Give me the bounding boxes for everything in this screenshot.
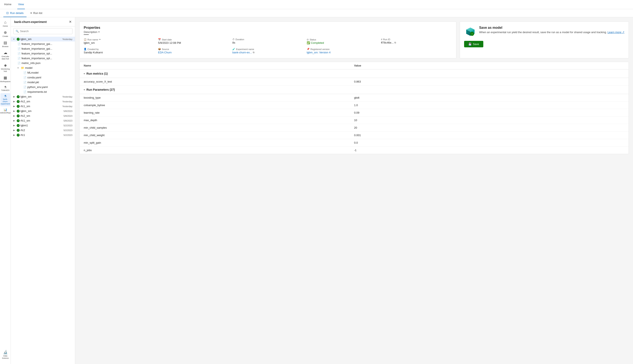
tree-item-python-env[interactable]: 📄 python_env.yaml: [11, 85, 75, 90]
tree-toggle-lgbm-sm-main[interactable]: ▾: [13, 38, 16, 40]
folder-icon-model: 📁: [21, 66, 24, 70]
sidebar-home-label: Home: [3, 25, 8, 27]
sidebar-item-experiment[interactable]: ⚗ bank-churn-experiment: [1, 93, 11, 106]
tree-toggle-rfc2-sm-2[interactable]: ▶: [13, 115, 16, 117]
tree-item-metric-info[interactable]: 📄 metric_info.json: [11, 61, 75, 66]
sidebar-item-home[interactable]: ⌂ Home: [1, 19, 11, 28]
copy-experiment-name-icon[interactable]: ⧉: [253, 51, 255, 54]
n-jobs-name: n_jobs: [84, 149, 354, 152]
sidebar-create-label: Create: [3, 35, 8, 38]
tree-toggle-rfc2-1[interactable]: ▶: [13, 129, 16, 131]
onelake-icon: ☁: [4, 50, 7, 55]
tree-toggle-lgbm-sm-3[interactable]: ▶: [13, 110, 16, 112]
tree-item-rfc2-sm-1[interactable]: ▶ rfc2_sm Yesterday: [11, 99, 75, 104]
copy-run-id-icon[interactable]: ⧉: [394, 41, 396, 44]
edit-run-name-icon[interactable]: ✏: [99, 38, 101, 41]
tree-item-rfc1-sm-2[interactable]: ▶ rfc1_sm 5/8/2023: [11, 118, 75, 123]
sidebar-workspaces-label: Workspaces: [0, 80, 11, 83]
tree-label-rfc2-sm-1: rfc2_sm: [21, 100, 61, 103]
tree-label-rfc1-1: rfc1: [21, 134, 63, 136]
tree-item-fi-gai1[interactable]: 📄 feature_importance_gai...: [11, 42, 75, 46]
tree-item-rfc1-1[interactable]: ▶ rfc1 5/2/2023: [11, 132, 75, 138]
tree-item-lgbm-sm-main[interactable]: ▾ lgbm_sm Yesterday: [11, 37, 75, 42]
sidebar-browse-label: Browse: [2, 46, 8, 48]
tab-run-list-label: Run list: [33, 12, 42, 14]
tree-item-model-folder[interactable]: ▾ 📁 model: [11, 66, 75, 70]
tree-label-conda-yaml: conda.yaml: [27, 76, 41, 79]
prop-source-label: 📦 Source: [158, 48, 229, 50]
prop-source-value[interactable]: EDA Churn: [158, 51, 229, 54]
source-icon: 📦: [158, 48, 161, 50]
tree-item-lgbm-sm-3[interactable]: ▶ lgbm_sm 5/8/2023: [11, 108, 75, 114]
tree-item-rfc2-sm-2[interactable]: ▶ rfc2_sm 5/8/2023: [11, 114, 75, 118]
prop-run-name-value: lgbm_sm: [84, 41, 155, 44]
prop-experiment-name: 🧪 Experiment name bank-churn-ex... ⧉: [232, 48, 303, 54]
tree-item-lgbm1-1[interactable]: ▶ lgbm1 5/2/2023: [11, 123, 75, 128]
sidebar-item-tridentds[interactable]: ⚗ TridentDS: [1, 84, 11, 93]
prop-registered-version: 📌 Registered version lgbm_sm: Version 4: [307, 48, 378, 54]
cards-row: Properties Description ✏ 📋 Run name ✏ lg: [79, 22, 629, 58]
tree-item-lgbm-sm-2[interactable]: ▶ lgbm_sm Yesterday: [11, 94, 75, 99]
tree-item-fi-spl1[interactable]: 📄 feature_importance_spl...: [11, 51, 75, 56]
tree-item-model-pkl[interactable]: 📄 model.pkl: [11, 80, 75, 85]
table-row-n-jobs: n_jobs -1: [80, 146, 628, 154]
tree-item-fi-spl2[interactable]: 📄 feature_importance_spl...: [11, 56, 75, 61]
chevron-run-metrics: ▾: [84, 72, 85, 75]
prop-start-date: 📅 Start date 5/9/2023 12:08 PM: [158, 38, 229, 44]
table-row-min-child-samples: min_child_samples 20: [80, 124, 628, 132]
edit-description-icon[interactable]: ✏: [98, 31, 100, 33]
tree-toggle-rfc1-1[interactable]: ▶: [13, 134, 16, 136]
table-header: Name Value: [80, 62, 628, 70]
sidebar-item-data-science[interactable]: 🔬 Data Science: [1, 348, 11, 361]
run-params-section-header[interactable]: ▾ Run Parameters (27): [80, 86, 628, 94]
sidebar-item-browse[interactable]: ▤ Browse: [1, 39, 11, 49]
tree-item-fi-gai2[interactable]: 📄 feature_importance_gai...: [11, 46, 75, 51]
tree-item-requirements[interactable]: 📄 requirements.txt: [11, 90, 75, 94]
tree-toggle-lgbm-sm-2[interactable]: ▶: [13, 96, 16, 98]
prediction-icon: 📊: [4, 108, 7, 111]
sidebar-item-workspaces[interactable]: ▦ Workspaces: [1, 74, 11, 84]
save-model-text: Save as model When an experimental run y…: [479, 26, 624, 34]
sidebar-item-onelake[interactable]: ☁ OneLake data hub: [1, 49, 11, 61]
search-input[interactable]: [20, 30, 70, 33]
sidebar-item-monitoring[interactable]: ◈ Monitoring hub: [1, 62, 11, 74]
nav-home[interactable]: Home: [3, 0, 12, 9]
tree-toggle-rfc2-sm-1[interactable]: ▶: [13, 100, 16, 102]
tree-label-metric-info: metric_info.json: [22, 62, 41, 65]
learn-more-link[interactable]: Learn more ↗: [607, 31, 624, 34]
tree-item-conda-yaml[interactable]: 📄 conda.yaml: [11, 75, 75, 80]
tab-run-list[interactable]: ≡ Run list: [27, 9, 45, 17]
max-depth-name: max_depth: [84, 118, 354, 122]
prop-experiment-name-value[interactable]: bank-churn-ex... ⧉: [232, 51, 303, 54]
tree-date-rfc1-1: 5/2/2023: [64, 134, 72, 136]
sidebar-item-prediction[interactable]: 📊 PredictionReport: [1, 107, 11, 115]
tree-toggle-lgbm1-1[interactable]: ▶: [13, 124, 16, 126]
close-panel-button[interactable]: ✕: [69, 20, 72, 24]
svg-text:→: →: [471, 32, 473, 35]
sidebar-item-create[interactable]: ⊕ Create: [1, 29, 11, 39]
tree-label-python-env: python_env.yaml: [27, 86, 48, 88]
tree-toggle-model[interactable]: ▾: [18, 67, 20, 69]
data-science-icon: 🔬: [3, 350, 8, 354]
save-model-title: Save as model: [479, 26, 624, 30]
prop-run-id: # Run ID ff78c46e... ⧉: [381, 38, 452, 44]
tree-item-mlmodel[interactable]: 📄 MLmodel: [11, 70, 75, 75]
tree-label-rfc2-1: rfc2: [21, 129, 63, 132]
prop-status-label: ◎ Status: [307, 38, 378, 41]
tab-run-details-label: Run details: [10, 12, 24, 14]
prop-experiment-name-label: 🧪 Experiment name: [232, 48, 303, 50]
save-button[interactable]: 💾 Save: [464, 41, 483, 47]
experiment-panel: bank-churn-experiment ✕ 🔍 ▾ lgbm_sm Yest…: [11, 17, 75, 364]
tree-item-rfc1-sm-1[interactable]: ▶ rfc1_sm Yesterday: [11, 104, 75, 108]
nav-view[interactable]: View: [17, 0, 25, 9]
prop-registered-version-value[interactable]: lgbm_sm: Version 4: [307, 51, 378, 54]
tab-run-details[interactable]: ⊡ Run details: [3, 9, 27, 17]
tree-toggle-rfc1-sm-1[interactable]: ▶: [13, 105, 16, 107]
monitoring-icon: ◈: [4, 63, 7, 68]
tree-label-lgbm-sm-2: lgbm_sm: [21, 95, 61, 98]
run-metrics-section-header[interactable]: ▾ Run metrics (1): [80, 70, 628, 78]
tree-date-rfc2-sm-2: 5/8/2023: [64, 115, 72, 117]
tree-item-rfc2-1[interactable]: ▶ rfc2 5/2/2023: [11, 128, 75, 132]
accuracy-value: 0.863: [354, 80, 624, 83]
tree-toggle-rfc1-sm-2[interactable]: ▶: [13, 120, 16, 122]
